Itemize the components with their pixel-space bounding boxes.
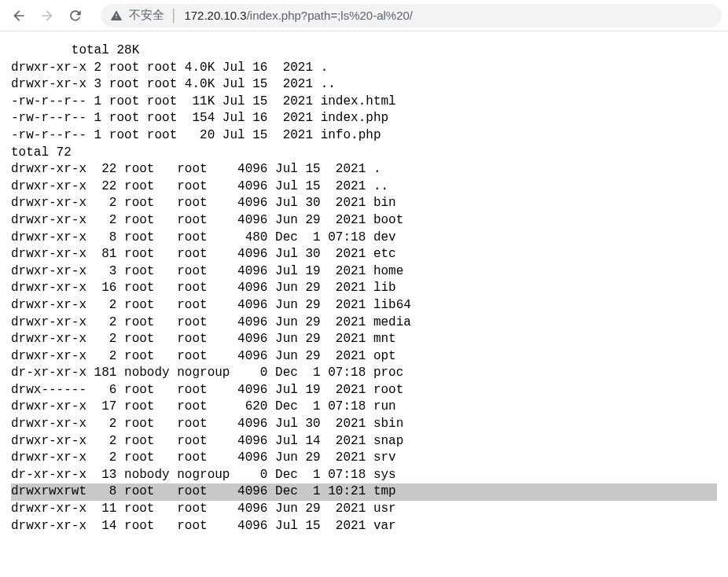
browser-toolbar: 不安全 │ 172.20.10.3/index.php?path=;ls%20-… — [0, 0, 728, 31]
listing-line: drwxr-xr-x 11 root root 4096 Jun 29 2021… — [11, 501, 717, 518]
listing-line: drwxr-xr-x 2 root root 4.0K Jul 16 2021 … — [11, 60, 717, 77]
url-host: 172.20.10.3 — [184, 9, 246, 22]
forward-button[interactable] — [35, 3, 60, 28]
listing-line: drwxr-xr-x 2 root root 4096 Jun 29 2021 … — [11, 450, 717, 467]
listing-line: drwxr-xr-x 22 root root 4096 Jul 15 2021… — [11, 161, 717, 178]
listing-line: total 72 — [11, 145, 717, 162]
listing-line: -rw-r--r-- 1 root root 20 Jul 15 2021 in… — [11, 127, 717, 145]
reload-icon — [68, 8, 83, 24]
listing-line: dr-xr-xr-x 181 nobody nogroup 0 Dec 1 07… — [11, 365, 717, 382]
insecure-label: 不安全 — [129, 8, 164, 23]
listing-line: drwxr-xr-x 22 root root 4096 Jul 15 2021… — [11, 178, 717, 196]
listing-line: -rw-r--r-- 1 root root 11K Jul 15 2021 i… — [11, 94, 717, 111]
url-text: 172.20.10.3/index.php?path=;ls%20-al%20/ — [184, 9, 413, 22]
listing-line: drwxr-xr-x 14 root root 4096 Jul 15 2021… — [11, 518, 717, 535]
listing-line: drwxr-xr-x 2 root root 4096 Jul 14 2021 … — [11, 433, 717, 450]
page-content: total 28Kdrwxr-xr-x 2 root root 4.0K Jul… — [0, 31, 728, 550]
arrow-right-icon — [39, 8, 55, 24]
listing-line: drwx------ 6 root root 4096 Jul 19 2021 … — [11, 382, 717, 399]
listing-line: drwxr-xr-x 2 root root 4096 Jun 29 2021 … — [11, 314, 717, 332]
listing-line: drwxr-xr-x 81 root root 4096 Jul 30 2021… — [11, 246, 717, 263]
address-divider: │ — [171, 9, 178, 22]
listing-line: total 28K — [11, 42, 717, 60]
url-path: /index.php?path=;ls%20-al%20/ — [247, 9, 413, 22]
address-bar[interactable]: 不安全 │ 172.20.10.3/index.php?path=;ls%20-… — [101, 4, 722, 28]
listing-line: drwxr-xr-x 17 root root 620 Dec 1 07:18 … — [11, 399, 717, 416]
listing-line: drwxr-xr-x 2 root root 4096 Jun 29 2021 … — [11, 212, 717, 230]
listing-line: dr-xr-xr-x 13 nobody nogroup 0 Dec 1 07:… — [11, 467, 717, 484]
back-button[interactable] — [6, 3, 31, 28]
listing-line: drwxr-xr-x 3 root root 4096 Jul 19 2021 … — [11, 263, 717, 281]
listing-line: drwxr-xr-x 3 root root 4.0K Jul 15 2021 … — [11, 76, 717, 94]
arrow-left-icon — [11, 8, 27, 24]
insecure-warning-icon — [110, 9, 123, 22]
listing-line: drwxr-xr-x 2 root root 4096 Jun 29 2021 … — [11, 297, 717, 314]
listing-line: drwxr-xr-x 2 root root 4096 Jul 30 2021 … — [11, 195, 717, 212]
listing-line: drwxr-xr-x 2 root root 4096 Jun 29 2021 … — [11, 348, 717, 366]
reload-button[interactable] — [63, 3, 88, 28]
listing-line: drwxr-xr-x 2 root root 4096 Jul 30 2021 … — [11, 416, 717, 433]
listing-line: drwxr-xr-x 8 root root 480 Dec 1 07:18 d… — [11, 230, 717, 247]
listing-line: drwxrwxrwt 8 root root 4096 Dec 1 10:21 … — [11, 483, 717, 501]
listing-line: -rw-r--r-- 1 root root 154 Jul 16 2021 i… — [11, 110, 717, 127]
listing-line: drwxr-xr-x 16 root root 4096 Jun 29 2021… — [11, 280, 717, 297]
listing-line: drwxr-xr-x 2 root root 4096 Jun 29 2021 … — [11, 331, 717, 348]
